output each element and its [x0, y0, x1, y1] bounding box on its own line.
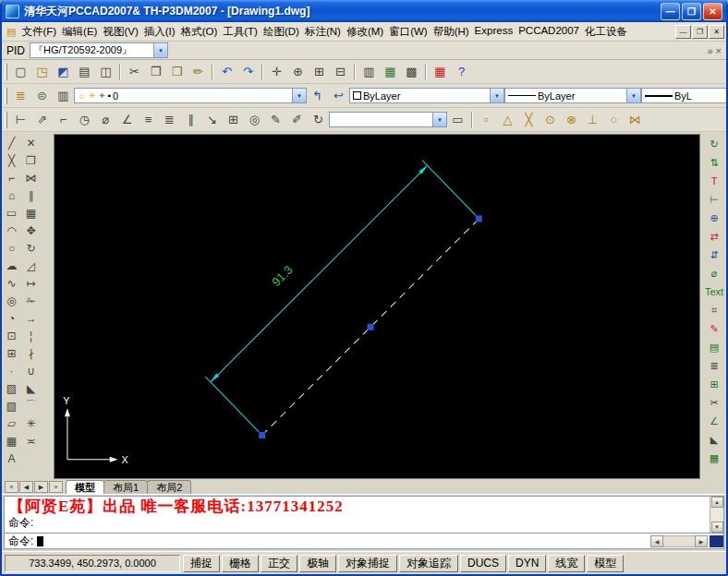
plot-preview-icon[interactable]: ◫ [95, 62, 116, 81]
redo-icon[interactable]: ↷ [237, 62, 259, 81]
cut-icon[interactable]: ✂ [124, 62, 145, 81]
tab-scroll-next-button[interactable]: ▶ [34, 481, 48, 493]
line-icon[interactable]: ╱ [3, 134, 21, 151]
pid-label[interactable]: PID [6, 44, 25, 57]
menu-modify[interactable]: 修改(M) [344, 23, 386, 41]
pccad-cut-icon[interactable]: ✂ [704, 393, 724, 412]
menu-file[interactable]: 文件(F) [18, 23, 59, 41]
menu-edit[interactable]: 编辑(E) [59, 23, 100, 41]
scroll-down-icon[interactable]: ▼ [711, 522, 723, 533]
paste-icon[interactable]: ❒ [166, 62, 188, 81]
zoom-window-icon[interactable]: ⊞ [309, 62, 330, 81]
help-icon[interactable]: ? [451, 62, 472, 81]
join-icon[interactable]: ∪ [22, 362, 41, 379]
tolerance-icon[interactable]: ⊞ [223, 110, 244, 129]
menu-draw[interactable]: 绘图(D) [261, 23, 302, 41]
osnap-intersection-icon[interactable]: ╳ [518, 110, 540, 129]
polyline-icon[interactable]: ⌐ [3, 169, 21, 186]
tool-palettes-icon[interactable]: ▩ [401, 62, 422, 81]
trim-icon[interactable]: ✁ [22, 292, 41, 309]
make-object-layer-current-icon[interactable]: ↰ [307, 86, 328, 105]
lineweight-select[interactable]: ByL [641, 88, 726, 103]
scroll-left-icon[interactable]: ◀ [650, 535, 663, 547]
osnap-node-icon[interactable]: ⊗ [561, 110, 582, 129]
pccad-refresh-icon[interactable]: ↻ [704, 135, 724, 153]
menu-view[interactable]: 视图(V) [100, 23, 140, 41]
menu-insert[interactable]: 插入(I) [141, 23, 178, 41]
pccad-diameter-icon[interactable]: ⌀ [704, 264, 724, 282]
pccad-updown-icon[interactable]: ⇵ [704, 246, 724, 264]
mdi-restore-icon[interactable]: ❐ [692, 25, 708, 39]
ellipse-icon[interactable]: ◎ [3, 292, 21, 309]
model-toggle[interactable]: 模型 [587, 555, 624, 572]
erase-icon[interactable]: ✕ [22, 134, 41, 151]
copy-icon[interactable]: ❐ [22, 151, 41, 169]
command-vertical-scrollbar[interactable]: ▲ ▼ [710, 497, 723, 533]
match-properties-icon[interactable]: ✏ [188, 62, 209, 81]
hatch-icon[interactable]: ▨ [3, 379, 21, 397]
extend-icon[interactable]: → [22, 309, 41, 327]
command-history[interactable]: 【阿贤E苑】出品 唯一客服电话:13771341252 命令: [5, 497, 710, 533]
fillet-icon[interactable]: ⌒ [22, 397, 41, 414]
dimension-style-select[interactable]: ▼ [329, 112, 447, 127]
design-center-icon[interactable]: ▦ [380, 62, 401, 81]
dimension-update-icon[interactable]: ↻ [308, 110, 329, 129]
gradient-icon[interactable]: ▧ [3, 397, 21, 414]
pccad-text-icon[interactable]: Text [704, 282, 724, 301]
scroll-right-icon[interactable]: ▶ [695, 535, 708, 547]
dimension-edit-icon[interactable]: ✎ [265, 110, 286, 129]
baseline-dimension-icon[interactable]: ≣ [159, 110, 180, 129]
toolbar-close-icon[interactable]: × [716, 45, 722, 56]
close-button[interactable]: ✕ [703, 3, 722, 20]
ortho-toggle[interactable]: 正交 [261, 555, 297, 572]
scrollbar-track[interactable] [663, 535, 695, 547]
region-icon[interactable]: ▱ [3, 414, 21, 432]
menu-tools[interactable]: 工具(T) [220, 23, 261, 41]
tab-layout2[interactable]: 布局2 [147, 480, 191, 494]
tab-scroll-first-button[interactable]: « [5, 481, 18, 493]
dimension-style-icon[interactable]: ▭ [447, 110, 468, 129]
dyn-toggle[interactable]: DYN [508, 555, 546, 572]
pccad-dimension-icon[interactable]: ⊢ [704, 190, 724, 209]
pccad-parts-icon[interactable]: ▦ [704, 449, 724, 467]
scale-icon[interactable]: ◿ [22, 257, 41, 274]
mirror-icon[interactable]: ⋈ [22, 169, 41, 186]
snap-toggle[interactable]: 捕捉 [183, 555, 220, 572]
layer-previous-icon[interactable]: ↩ [328, 86, 349, 105]
aligned-dimension-icon[interactable]: ⇗ [31, 110, 53, 129]
lineweight-toggle[interactable]: 线宽 [548, 555, 585, 572]
diameter-dimension-icon[interactable]: ⌀ [95, 110, 116, 129]
menu-dimension[interactable]: 标注(N) [302, 23, 344, 41]
pccad-list-icon[interactable]: ≣ [704, 356, 724, 375]
grid-toggle[interactable]: 栅格 [222, 555, 259, 572]
quick-dimension-icon[interactable]: ≡ [138, 110, 159, 129]
dropdown-arrow-icon[interactable]: ▼ [432, 113, 446, 126]
zoom-previous-icon[interactable]: ⊟ [330, 62, 351, 81]
dropdown-arrow-icon[interactable]: ▼ [153, 43, 167, 57]
construction-line-icon[interactable]: ╳ [3, 151, 21, 169]
layer-properties-icon[interactable]: ≣ [10, 86, 31, 105]
break-at-point-icon[interactable]: ¦ [22, 327, 41, 344]
pccad-edit-icon[interactable]: ✎ [704, 319, 724, 338]
tab-scroll-prev-button[interactable]: ◀ [19, 481, 33, 493]
leader-icon[interactable]: ↘ [201, 110, 223, 129]
coordinate-readout[interactable]: 733.3499, 450.2973, 0.0000 [5, 555, 180, 572]
linear-dimension-icon[interactable]: ⊢ [10, 110, 31, 129]
menu-express[interactable]: Express [472, 23, 516, 41]
layer-states-icon[interactable]: ⊜ [31, 86, 53, 105]
undo-icon[interactable]: ↶ [216, 62, 237, 81]
pid-standard-select[interactable]: 『HG/T20592-2009』 ▼ [30, 42, 168, 58]
menu-format[interactable]: 格式(O) [178, 23, 221, 41]
continue-dimension-icon[interactable]: ∥ [180, 110, 201, 129]
align-icon[interactable]: ≍ [22, 432, 41, 450]
arc-icon[interactable]: ◠ [3, 222, 21, 239]
toolbar-drag-handle[interactable] [5, 64, 7, 80]
mdi-close-icon[interactable]: ✕ [709, 25, 724, 39]
osnap-midpoint-icon[interactable]: △ [497, 110, 518, 129]
otrack-toggle[interactable]: 对象追踪 [399, 555, 458, 572]
break-icon[interactable]: ∤ [22, 344, 41, 362]
circle-icon[interactable]: ○ [3, 239, 21, 257]
toolbar-overflow-icon[interactable]: » [707, 45, 712, 56]
osnap-perpendicular-icon[interactable]: ⊥ [582, 110, 603, 129]
point-icon[interactable]: ∙ [3, 362, 21, 379]
